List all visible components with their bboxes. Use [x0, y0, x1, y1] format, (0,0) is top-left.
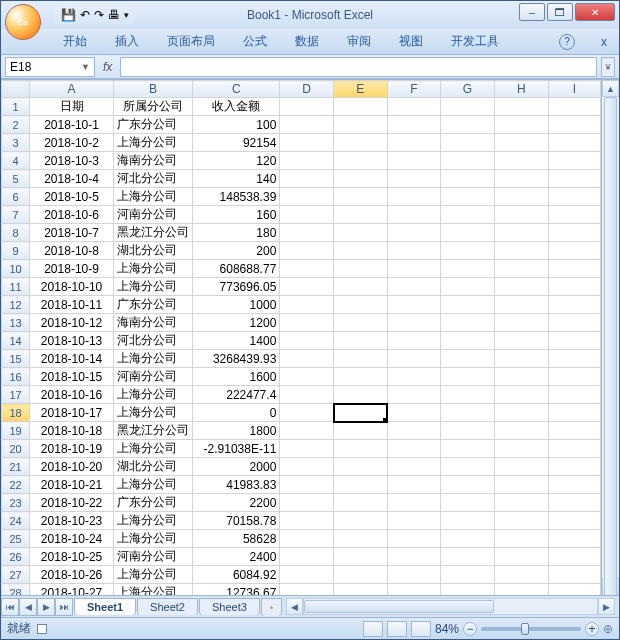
row-header[interactable]: 16 — [2, 368, 30, 386]
cell[interactable] — [548, 296, 600, 314]
cell[interactable]: 2018-10-8 — [30, 242, 114, 260]
cell[interactable] — [494, 278, 548, 296]
cell[interactable] — [440, 368, 494, 386]
cell[interactable]: 河北分公司 — [114, 170, 193, 188]
cell[interactable] — [334, 476, 388, 494]
cell[interactable] — [387, 242, 440, 260]
cell[interactable] — [494, 548, 548, 566]
cell[interactable]: 广东分公司 — [114, 296, 193, 314]
cell[interactable]: 上海分公司 — [114, 440, 193, 458]
cell[interactable] — [440, 242, 494, 260]
new-sheet-icon[interactable]: ⋆ — [261, 598, 282, 616]
cell[interactable] — [387, 404, 440, 422]
cell[interactable] — [280, 242, 334, 260]
cell[interactable] — [387, 278, 440, 296]
cell[interactable]: 6084.92 — [193, 566, 280, 584]
row-header[interactable]: 5 — [2, 170, 30, 188]
cell[interactable] — [440, 566, 494, 584]
zoom-percent[interactable]: 84% — [435, 622, 459, 636]
zoom-slider[interactable] — [481, 627, 581, 631]
cell[interactable] — [440, 98, 494, 116]
cell[interactable] — [387, 566, 440, 584]
tab-view[interactable]: 视图 — [385, 29, 437, 54]
cell[interactable] — [440, 422, 494, 440]
cell[interactable]: 140 — [193, 170, 280, 188]
cell[interactable]: 58628 — [193, 530, 280, 548]
formula-expand-icon[interactable]: ¥ — [601, 57, 615, 77]
sheet-tab-3[interactable]: Sheet3 — [199, 598, 260, 615]
cell[interactable] — [334, 134, 388, 152]
cell[interactable]: 1000 — [193, 296, 280, 314]
cell[interactable] — [280, 98, 334, 116]
workbook-close-icon[interactable]: x — [595, 33, 613, 51]
cell[interactable] — [334, 98, 388, 116]
cell[interactable] — [334, 332, 388, 350]
cell[interactable]: 2018-10-14 — [30, 350, 114, 368]
cell[interactable] — [548, 260, 600, 278]
name-box-dropdown-icon[interactable]: ▼ — [81, 62, 90, 72]
row-header[interactable]: 20 — [2, 440, 30, 458]
cell[interactable] — [280, 494, 334, 512]
cell[interactable] — [440, 584, 494, 596]
cell[interactable] — [280, 224, 334, 242]
cell[interactable]: 河南分公司 — [114, 368, 193, 386]
resize-grip-icon[interactable]: ⊕ — [603, 622, 613, 636]
cell[interactable]: -2.91038E-11 — [193, 440, 280, 458]
row-header[interactable]: 19 — [2, 422, 30, 440]
sheet-nav-first-icon[interactable]: ⏮ — [1, 598, 19, 616]
cell[interactable] — [334, 242, 388, 260]
cell[interactable] — [548, 494, 600, 512]
cell[interactable] — [440, 386, 494, 404]
cell[interactable] — [334, 224, 388, 242]
tab-formulas[interactable]: 公式 — [229, 29, 281, 54]
row-header[interactable]: 18 — [2, 404, 30, 422]
cell[interactable] — [334, 458, 388, 476]
cell[interactable] — [334, 440, 388, 458]
scroll-left-icon[interactable]: ◀ — [286, 598, 303, 615]
cell[interactable]: 41983.83 — [193, 476, 280, 494]
cell[interactable]: 上海分公司 — [114, 134, 193, 152]
vscroll-track[interactable] — [602, 97, 619, 578]
cell[interactable] — [440, 404, 494, 422]
cell[interactable]: 92154 — [193, 134, 280, 152]
row-header[interactable]: 2 — [2, 116, 30, 134]
cell[interactable]: 2018-10-10 — [30, 278, 114, 296]
cell[interactable] — [334, 404, 388, 422]
cell[interactable] — [548, 206, 600, 224]
cell[interactable]: 河南分公司 — [114, 548, 193, 566]
cell[interactable] — [334, 314, 388, 332]
cell[interactable]: 180 — [193, 224, 280, 242]
cell[interactable] — [334, 512, 388, 530]
cell[interactable] — [387, 476, 440, 494]
cell[interactable] — [334, 494, 388, 512]
cell[interactable] — [494, 134, 548, 152]
cell[interactable] — [494, 188, 548, 206]
cell[interactable]: 2018-10-25 — [30, 548, 114, 566]
cell[interactable]: 2200 — [193, 494, 280, 512]
cell[interactable] — [280, 440, 334, 458]
cell[interactable] — [334, 386, 388, 404]
cell[interactable]: 2018-10-5 — [30, 188, 114, 206]
cell[interactable] — [280, 350, 334, 368]
cell[interactable] — [280, 314, 334, 332]
cell[interactable] — [548, 242, 600, 260]
col-header-D[interactable]: D — [280, 81, 334, 98]
close-button[interactable]: ✕ — [575, 3, 615, 21]
cell[interactable] — [387, 98, 440, 116]
cell[interactable] — [387, 494, 440, 512]
cell[interactable] — [280, 296, 334, 314]
cell[interactable] — [387, 584, 440, 596]
cell[interactable] — [280, 170, 334, 188]
qat-dropdown-icon[interactable]: ▾ — [124, 10, 129, 20]
cell[interactable] — [334, 116, 388, 134]
vertical-scrollbar[interactable]: ▲ ▼ — [601, 80, 619, 595]
row-header[interactable]: 1 — [2, 98, 30, 116]
cell[interactable] — [387, 224, 440, 242]
cell[interactable] — [280, 566, 334, 584]
cell[interactable] — [548, 530, 600, 548]
cell[interactable] — [494, 260, 548, 278]
cell[interactable] — [334, 350, 388, 368]
cell[interactable] — [548, 134, 600, 152]
cell[interactable]: 2018-10-19 — [30, 440, 114, 458]
row-header[interactable]: 8 — [2, 224, 30, 242]
